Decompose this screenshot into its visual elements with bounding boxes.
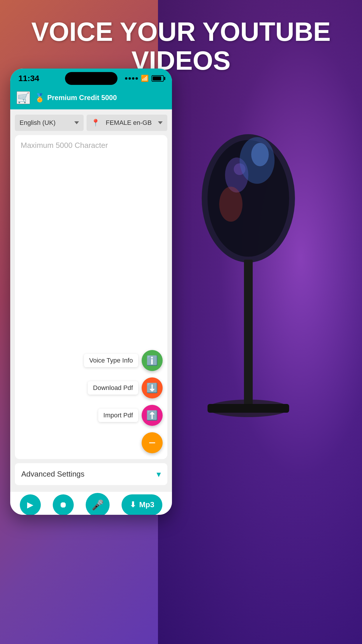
microphone-decoration: [155, 88, 353, 554]
status-bar: 11:34 📶: [10, 69, 172, 88]
voice-value: FEMALE en-GB: [106, 119, 152, 127]
text-input-area[interactable]: Maximum 5000 Character Voice Type Info ℹ…: [15, 135, 167, 459]
import-pdf-item: Import Pdf ⬆️: [98, 405, 163, 426]
premium-label: Premium Credit 5000: [47, 94, 117, 102]
advanced-settings-bar[interactable]: Advanced Settings ▾: [15, 463, 167, 485]
voice-pin-icon: 📍: [91, 119, 100, 127]
premium-icon: 🏅: [35, 93, 45, 103]
mp3-download-icon: ⬇: [130, 500, 136, 509]
status-icons: 📶: [125, 75, 164, 82]
mic-icon: 🎤: [92, 499, 104, 511]
svg-rect-6: [208, 404, 289, 413]
phone-frame: 11:34 📶 🛒 🏅 Premium Credit 5000: [10, 69, 172, 515]
voice-type-info-label: Voice Type Info: [84, 354, 138, 367]
voice-selector[interactable]: 📍 FEMALE en-GB: [87, 115, 167, 131]
upload-icon: ⬆️: [146, 410, 158, 421]
collapse-fab-item: −: [142, 432, 163, 453]
app-header: 🛒 🏅 Premium Credit 5000: [10, 88, 172, 109]
app-content: English (UK) 📍 FEMALE en-GB Maximum 5000…: [10, 109, 172, 491]
play-button[interactable]: ▶: [20, 494, 41, 515]
advanced-settings-chevron-icon: ▾: [157, 469, 161, 479]
premium-badge: 🏅 Premium Credit 5000: [35, 93, 117, 103]
download-pdf-label: Download Pdf: [88, 381, 138, 395]
voice-type-info-item: Voice Type Info ℹ️: [84, 350, 163, 371]
advanced-settings-label: Advanced Settings: [21, 470, 85, 479]
mic-button[interactable]: 🎤: [86, 493, 110, 515]
mp3-download-button[interactable]: ⬇ Mp3: [122, 494, 162, 515]
selectors-row: English (UK) 📍 FEMALE en-GB: [15, 115, 167, 131]
collapse-fab-button[interactable]: −: [142, 432, 163, 453]
svg-point-8: [251, 143, 269, 166]
status-time: 11:34: [18, 74, 39, 83]
signal-icon: [125, 77, 138, 80]
text-placeholder: Maximum 5000 Character: [21, 141, 161, 150]
hero-title: VOICE YOUR YOUTUBE VIDEOS: [0, 18, 362, 75]
voice-chevron-icon: [158, 121, 163, 124]
wifi-icon: 📶: [141, 75, 149, 82]
svg-point-9: [219, 187, 242, 222]
import-pdf-button[interactable]: ⬆️: [142, 405, 163, 426]
hero-title-line1: VOICE YOUR YOUTUBE: [12, 18, 350, 46]
dynamic-island: [65, 72, 117, 85]
import-pdf-label: Import Pdf: [98, 409, 138, 422]
record-icon: ⏺: [59, 500, 67, 510]
download-pdf-button[interactable]: ⬇️: [142, 377, 163, 398]
mp3-label: Mp3: [139, 500, 154, 509]
language-value: English (UK): [20, 119, 55, 127]
bottom-nav: ▶ ⏺ 🎤 ⬇ Mp3: [10, 491, 172, 515]
download-icon: ⬇️: [146, 382, 158, 393]
play-icon: ▶: [27, 500, 34, 510]
record-button[interactable]: ⏺: [53, 494, 74, 515]
battery-icon: [152, 75, 164, 82]
svg-rect-4: [244, 260, 253, 405]
minus-icon: −: [149, 436, 156, 450]
cart-button[interactable]: 🛒: [17, 91, 30, 104]
voice-type-info-button[interactable]: ℹ️: [142, 350, 163, 371]
download-pdf-item: Download Pdf ⬇️: [88, 377, 163, 398]
info-icon: ℹ️: [146, 355, 158, 366]
language-selector[interactable]: English (UK): [15, 115, 84, 131]
fab-group: Voice Type Info ℹ️ Download Pdf ⬇️ Impor…: [84, 350, 163, 453]
language-chevron-icon: [74, 121, 79, 124]
